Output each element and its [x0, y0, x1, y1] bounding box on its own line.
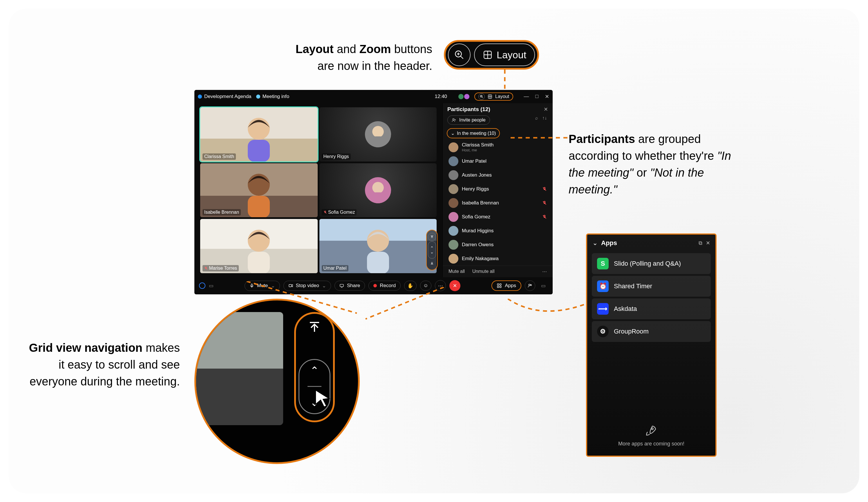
header-layout-pill[interactable]: Layout [474, 93, 513, 101]
sort-icon[interactable]: ↑↓ [542, 115, 547, 121]
apps-button[interactable]: Apps [492, 280, 521, 291]
app-label: Slido (Polling and Q&A) [614, 260, 681, 268]
close-panel-icon[interactable]: ✕ [544, 106, 548, 113]
more-icon[interactable]: ⋯ [542, 269, 547, 274]
svg-rect-18 [372, 137, 384, 148]
svg-rect-15 [248, 140, 270, 161]
grid-nav-zoom-inset: ⌃ ⌄ [194, 299, 360, 464]
avatar [448, 198, 458, 208]
layout-label: Layout [497, 49, 526, 61]
meeting-body: Clarissa Smith Henry Riggs Isabelle Bren… [194, 103, 552, 277]
chevron-up-icon[interactable]: ⌃ [310, 365, 319, 377]
avatar [448, 156, 458, 166]
participants-icon-button[interactable] [525, 280, 535, 291]
video-tile-name: Isabelle Brennan [203, 209, 241, 216]
grid-nav-pill[interactable]: ⌃⌄ [426, 230, 438, 270]
meeting-title: Development Agenda [204, 94, 251, 100]
search-icon[interactable]: ⌕ [535, 115, 538, 121]
video-tile-name: Henry Riggs [322, 154, 351, 160]
svg-line-39 [543, 216, 546, 219]
video-tile[interactable]: Marise Torres [200, 219, 318, 273]
grid-nav-bottom-icon[interactable] [428, 259, 436, 267]
video-grid: Clarissa Smith Henry Riggs Isabelle Bren… [194, 103, 442, 277]
participant-row[interactable]: Henry Riggs [443, 182, 552, 196]
avatar [448, 143, 458, 152]
person-illustration [231, 107, 286, 161]
video-tile[interactable]: Henry Riggs [319, 107, 437, 161]
participants-list: Clarissa Smith Host, me Umar Patel Auste… [443, 140, 552, 266]
participant-name: Umar Patel [462, 158, 547, 164]
leave-button[interactable]: ✕ [450, 280, 461, 291]
video-tile-name: Marise Torres [203, 265, 239, 271]
svg-line-1 [461, 56, 463, 59]
muted-icon [542, 215, 547, 219]
avatar [448, 240, 458, 250]
add-user-icon [452, 118, 456, 122]
apps-icon [497, 283, 502, 288]
participant-row[interactable]: Darren Owens [443, 238, 552, 252]
video-tile[interactable]: Isabelle Brennan [200, 163, 318, 218]
layout-button-zoomed[interactable]: Layout [474, 43, 535, 66]
app-item[interactable]: ⟿ Askdata [592, 299, 711, 319]
apps-label: Apps [505, 283, 516, 289]
svg-line-37 [543, 201, 546, 205]
app-item[interactable]: ⚙ GroupRoom [592, 321, 711, 342]
svg-rect-53 [500, 286, 501, 288]
svg-marker-60 [316, 390, 329, 407]
maximize-icon[interactable]: □ [535, 93, 538, 100]
zoom-in-icon[interactable] [448, 43, 471, 66]
in-meeting-group[interactable]: ⌄ In the meeting (10) [447, 128, 500, 138]
muted-icon [542, 187, 547, 191]
sidebar-toggle-icon[interactable]: ▭ [539, 283, 548, 289]
participant-name: Sofia Gomez [462, 214, 539, 220]
video-tile[interactable]: Clarissa Smith [200, 107, 318, 161]
apps-panel-title: Apps [601, 239, 617, 247]
close-icon[interactable]: ✕ [706, 240, 710, 246]
participant-name: Henry Riggs [462, 186, 539, 192]
pip-icon[interactable]: ▭ [209, 283, 214, 289]
svg-point-31 [453, 118, 454, 120]
app-label: Askdata [614, 305, 637, 313]
video-tile[interactable]: Sofia Gomez [319, 163, 437, 218]
cursor-icon [312, 387, 332, 408]
participant-row[interactable]: Umar Patel [443, 154, 552, 168]
meeting-info-label: Meeting info [262, 94, 290, 100]
grid-nav-up-down[interactable]: ⌃⌄ [428, 241, 436, 259]
meeting-info-button[interactable]: Meeting info [256, 94, 290, 100]
svg-rect-50 [497, 284, 499, 285]
apps-list: S Slido (Polling and Q&A)⏰ Shared Timer⟿… [587, 251, 715, 344]
svg-line-28 [205, 267, 207, 269]
participant-row[interactable]: Isabella Brennan [443, 196, 552, 210]
participant-row[interactable]: Sofia Gomez [443, 210, 552, 224]
app-icon: S [597, 258, 609, 269]
popout-icon[interactable]: ⧉ [699, 240, 702, 246]
participant-row[interactable]: Austen Jones [443, 168, 552, 182]
participant-name: Darren Owens [462, 242, 547, 248]
svg-point-62 [652, 428, 653, 430]
close-icon[interactable]: ✕ [545, 93, 549, 100]
invite-button[interactable]: Invite people [447, 115, 490, 125]
grid-nav-top-icon[interactable] [428, 233, 436, 241]
status-ring-icon[interactable] [199, 282, 205, 289]
participant-row[interactable]: Emily Nakagawa [443, 252, 552, 266]
chevron-down-icon[interactable]: ⌄ [592, 239, 598, 247]
video-tile[interactable]: Umar Patel [319, 219, 437, 273]
muted-icon [542, 201, 547, 205]
zoom-icon[interactable] [478, 93, 485, 100]
svg-point-17 [372, 126, 384, 138]
mute-all-button[interactable]: Mute all [448, 269, 465, 274]
participant-row[interactable]: Murad Higgins [443, 224, 552, 238]
unmute-all-button[interactable]: Unmute all [472, 269, 494, 274]
avatar [448, 226, 458, 236]
group-label: In the meeting (10) [457, 131, 496, 136]
meeting-time: 12:40 [435, 94, 447, 100]
grid-nav-top-icon-zoomed[interactable] [304, 320, 324, 334]
meeting-window: Development Agenda Meeting info 12:40 La… [194, 90, 552, 294]
video-tile-name: Umar Patel [322, 265, 349, 271]
minimize-icon[interactable]: — [524, 93, 529, 100]
tile-placeholder [194, 312, 283, 425]
app-item[interactable]: S Slido (Polling and Q&A) [592, 253, 711, 274]
app-item[interactable]: ⏰ Shared Timer [592, 276, 711, 297]
app-label: GroupRoom [614, 328, 649, 335]
app-icon: ⟿ [597, 303, 609, 315]
